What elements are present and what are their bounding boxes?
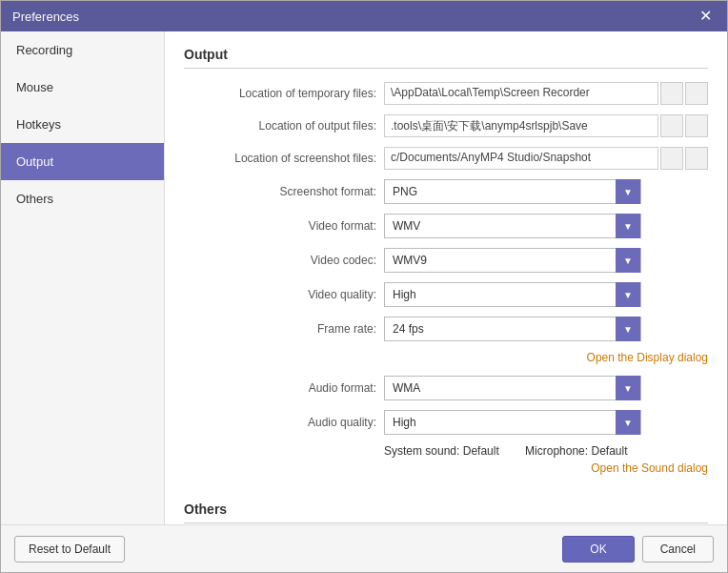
- video-quality-arrow: ▼: [616, 282, 640, 307]
- temp-files-input[interactable]: \AppData\Local\Temp\Screen Recorder: [384, 82, 658, 105]
- video-format-row: Video format: WMV ▼: [184, 214, 708, 238]
- video-format-arrow: ▼: [616, 214, 640, 238]
- output-files-btn2[interactable]: [685, 114, 708, 137]
- audio-format-label: Audio format:: [184, 381, 384, 395]
- video-format-control: WMV ▼: [384, 214, 708, 238]
- sidebar-item-output[interactable]: Output: [1, 143, 164, 180]
- audio-format-value: WMA: [385, 381, 616, 395]
- audio-format-row: Audio format: WMA ▼: [184, 376, 708, 400]
- ok-button[interactable]: OK: [562, 536, 634, 563]
- sidebar-item-mouse[interactable]: Mouse: [1, 69, 164, 106]
- window-title: Preferences: [12, 10, 79, 24]
- title-bar: Preferences ✕: [1, 1, 727, 31]
- temp-files-control: \AppData\Local\Temp\Screen Recorder: [384, 82, 708, 105]
- screenshot-format-select[interactable]: PNG ▼: [384, 179, 641, 204]
- video-format-value: WMV: [385, 219, 616, 233]
- frame-rate-row: Frame rate: 24 fps ▼: [184, 317, 708, 341]
- screenshot-files-btn1[interactable]: [660, 147, 683, 170]
- screenshot-files-label: Location of screenshot files:: [184, 152, 384, 165]
- preferences-window: Preferences ✕ Recording Mouse Hotkeys Ou…: [0, 0, 728, 573]
- sound-dialog-row: Open the Sound dialog: [184, 461, 708, 475]
- main-wrapper: Output Location of temporary files: \App…: [165, 31, 727, 524]
- frame-rate-value: 24 fps: [385, 322, 616, 336]
- video-codec-control: WMV9 ▼: [384, 248, 708, 273]
- output-files-control: .tools\桌面\安下载\anymp4srlspjb\Save: [384, 114, 708, 137]
- audio-quality-label: Audio quality:: [184, 416, 384, 429]
- screenshot-format-label: Screenshot format:: [184, 185, 384, 198]
- content-area: Recording Mouse Hotkeys Output Others Ou…: [1, 31, 727, 524]
- video-codec-label: Video codec:: [184, 254, 384, 267]
- btn-group: OK Cancel: [562, 536, 714, 563]
- microphone-value: Default: [591, 444, 627, 458]
- screenshot-format-row: Screenshot format: PNG ▼: [184, 179, 708, 204]
- video-quality-select[interactable]: High ▼: [384, 282, 641, 307]
- screenshot-format-control: PNG ▼: [384, 179, 708, 204]
- open-sound-dialog-link[interactable]: Open the Sound dialog: [591, 461, 708, 475]
- audio-format-arrow: ▼: [616, 376, 640, 400]
- audio-quality-select[interactable]: High ▼: [384, 410, 641, 435]
- close-button[interactable]: ✕: [696, 7, 716, 26]
- display-dialog-row: Open the Display dialog: [184, 351, 708, 364]
- sidebar-item-hotkeys[interactable]: Hotkeys: [1, 106, 164, 143]
- sound-info-values: System sound: Default Microphone: Defaul…: [384, 444, 628, 458]
- bottom-bar: Reset to Default OK Cancel: [1, 524, 727, 572]
- video-format-label: Video format:: [184, 219, 384, 233]
- audio-quality-arrow: ▼: [616, 410, 640, 435]
- audio-quality-value: High: [385, 416, 616, 429]
- open-display-dialog-link[interactable]: Open the Display dialog: [587, 351, 708, 364]
- audio-quality-row: Audio quality: High ▼: [184, 410, 708, 435]
- sidebar-item-recording[interactable]: Recording: [1, 31, 164, 69]
- video-codec-row: Video codec: WMV9 ▼: [184, 248, 708, 273]
- output-files-row: Location of output files: .tools\桌面\安下载\…: [184, 114, 708, 137]
- screenshot-files-btn2[interactable]: [685, 147, 708, 170]
- screenshot-files-input[interactable]: c/Documents/AnyMP4 Studio/Snapshot: [384, 147, 658, 170]
- frame-rate-label: Frame rate:: [184, 322, 384, 336]
- screenshot-files-control: c/Documents/AnyMP4 Studio/Snapshot: [384, 147, 708, 170]
- screenshot-files-row: Location of screenshot files: c/Document…: [184, 147, 708, 170]
- reset-button[interactable]: Reset to Default: [14, 536, 125, 563]
- audio-format-control: WMA ▼: [384, 376, 708, 400]
- video-format-select[interactable]: WMV ▼: [384, 214, 641, 238]
- temp-files-row: Location of temporary files: \AppData\Lo…: [184, 82, 708, 105]
- video-codec-value: WMV9: [385, 254, 616, 267]
- temp-files-btn1[interactable]: [660, 82, 683, 105]
- output-files-label: Location of output files:: [184, 119, 384, 133]
- temp-files-btn2[interactable]: [685, 82, 708, 105]
- cancel-button[interactable]: Cancel: [642, 536, 714, 563]
- sound-info-row: System sound: Default Microphone: Defaul…: [184, 444, 708, 458]
- video-codec-select[interactable]: WMV9 ▼: [384, 248, 641, 273]
- video-quality-row: Video quality: High ▼: [184, 282, 708, 307]
- frame-rate-control: 24 fps ▼: [384, 317, 708, 341]
- temp-files-label: Location of temporary files:: [184, 87, 384, 100]
- audio-quality-control: High ▼: [384, 410, 708, 435]
- screenshot-format-value: PNG: [385, 185, 616, 198]
- microphone-label: Microphone:: [525, 444, 588, 458]
- screenshot-format-arrow: ▼: [616, 179, 640, 204]
- system-sound-value: Default: [463, 444, 499, 458]
- frame-rate-arrow: ▼: [616, 317, 640, 341]
- video-quality-control: High ▼: [384, 282, 708, 307]
- system-sound-label: System sound:: [384, 444, 459, 458]
- section-divider: [184, 486, 708, 501]
- audio-format-select[interactable]: WMA ▼: [384, 376, 641, 400]
- sidebar-item-others[interactable]: Others: [1, 180, 164, 217]
- video-quality-label: Video quality:: [184, 288, 384, 301]
- video-codec-arrow: ▼: [616, 248, 640, 273]
- main-content: Output Location of temporary files: \App…: [165, 31, 727, 524]
- output-files-input[interactable]: .tools\桌面\安下载\anymp4srlspjb\Save: [384, 114, 658, 137]
- output-files-btn1[interactable]: [660, 114, 683, 137]
- frame-rate-select[interactable]: 24 fps ▼: [384, 317, 641, 341]
- video-quality-value: High: [385, 288, 616, 301]
- others-section-title: Others: [184, 501, 708, 523]
- sidebar: Recording Mouse Hotkeys Output Others: [1, 31, 165, 524]
- output-section-title: Output: [184, 47, 708, 69]
